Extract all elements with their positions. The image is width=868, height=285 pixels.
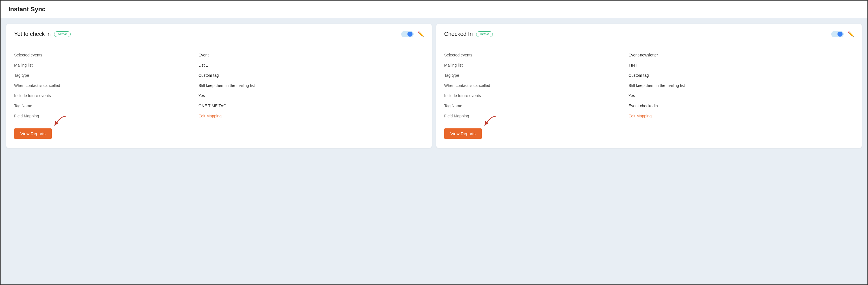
cards-row: Yet to check in Active ✏️	[6, 24, 862, 148]
card1-edit-mapping-link[interactable]: Edit Mapping	[198, 114, 222, 118]
table-row: When contact is cancelled Still keep the…	[444, 80, 854, 91]
edit-mapping-cell: Edit Mapping	[198, 111, 424, 121]
table-row: Selected events Event	[14, 50, 424, 60]
table-row: Mailing list TINT	[444, 60, 854, 70]
label: Selected events	[444, 50, 628, 60]
card1-title-group: Yet to check in Active	[14, 31, 71, 37]
table-row: Tag Name ONE TIME TAG	[14, 101, 424, 111]
label: Mailing list	[14, 60, 198, 70]
value: Still keep them in the mailing list	[628, 80, 854, 91]
card2-arrow-annotation: View Reports	[444, 123, 482, 139]
value: Event-checkedin	[628, 101, 854, 111]
card1-info-table: Selected events Event Mailing list List …	[14, 50, 424, 121]
card1-toggle-thumb	[407, 32, 412, 37]
label: Tag type	[14, 70, 198, 80]
card2-edit-icon[interactable]: ✏️	[848, 31, 854, 37]
label: Field Mapping	[14, 111, 198, 121]
card2-btn-row: View Reports	[444, 123, 854, 139]
card1-title: Yet to check in	[14, 31, 51, 37]
value: Still keep them in the mailing list	[198, 80, 424, 91]
card2-view-reports-button[interactable]: View Reports	[444, 129, 482, 139]
card2-actions: ✏️	[831, 31, 854, 37]
table-row: Include future events Yes	[14, 91, 424, 101]
card2-edit-mapping-link[interactable]: Edit Mapping	[628, 114, 652, 118]
app-title: Instant Sync	[8, 6, 45, 13]
card-checked-in: Checked In Active ✏️	[436, 24, 862, 148]
table-row: Field Mapping Edit Mapping	[444, 111, 854, 121]
card1-toggle-track	[401, 31, 414, 37]
card1-arrow-annotation: View Reports	[14, 123, 52, 139]
card2-toggle[interactable]	[831, 31, 844, 37]
card-yet-to-check-in: Yet to check in Active ✏️	[6, 24, 432, 148]
label: Mailing list	[444, 60, 628, 70]
label: Tag Name	[14, 101, 198, 111]
card2-title-group: Checked In Active	[444, 31, 493, 37]
value: Event-newsletter	[628, 50, 854, 60]
label: Selected events	[14, 50, 198, 60]
card2-info-table: Selected events Event-newsletter Mailing…	[444, 50, 854, 121]
label: When contact is cancelled	[444, 80, 628, 91]
label: Include future events	[14, 91, 198, 101]
table-row: Mailing list List 1	[14, 60, 424, 70]
edit-mapping-cell: Edit Mapping	[628, 111, 854, 121]
table-row: Tag Name Event-checkedin	[444, 101, 854, 111]
value: List 1	[198, 60, 424, 70]
card2-toggle-track	[831, 31, 844, 37]
label: Tag type	[444, 70, 628, 80]
table-row: Tag type Custom tag	[444, 70, 854, 80]
table-row: Tag type Custom tag	[14, 70, 424, 80]
value: Custom tag	[628, 70, 854, 80]
label: Field Mapping	[444, 111, 628, 121]
value: Yes	[198, 91, 424, 101]
card2-header: Checked In Active ✏️	[444, 31, 854, 42]
value: Custom tag	[198, 70, 424, 80]
card2-badge: Active	[476, 31, 493, 37]
label: When contact is cancelled	[14, 80, 198, 91]
value: TINT	[628, 60, 854, 70]
label: Include future events	[444, 91, 628, 101]
table-row: Include future events Yes	[444, 91, 854, 101]
table-row: When contact is cancelled Still keep the…	[14, 80, 424, 91]
card1-view-reports-button[interactable]: View Reports	[14, 129, 52, 139]
card2-toggle-thumb	[837, 32, 842, 37]
card1-badge: Active	[54, 31, 71, 37]
card1-btn-row: View Reports	[14, 123, 424, 139]
card1-toggle[interactable]	[401, 31, 414, 37]
table-row: Field Mapping Edit Mapping	[14, 111, 424, 121]
card1-edit-icon[interactable]: ✏️	[417, 31, 424, 37]
label: Tag Name	[444, 101, 628, 111]
value: ONE TIME TAG	[198, 101, 424, 111]
table-row: Selected events Event-newsletter	[444, 50, 854, 60]
value: Event	[198, 50, 424, 60]
card1-header: Yet to check in Active ✏️	[14, 31, 424, 42]
main-content: Yet to check in Active ✏️	[1, 19, 867, 284]
app-header: Instant Sync	[1, 1, 867, 19]
card2-title: Checked In	[444, 31, 473, 37]
value: Yes	[628, 91, 854, 101]
app-wrapper: Instant Sync Yet to check in Active	[0, 0, 868, 285]
card1-actions: ✏️	[401, 31, 424, 37]
